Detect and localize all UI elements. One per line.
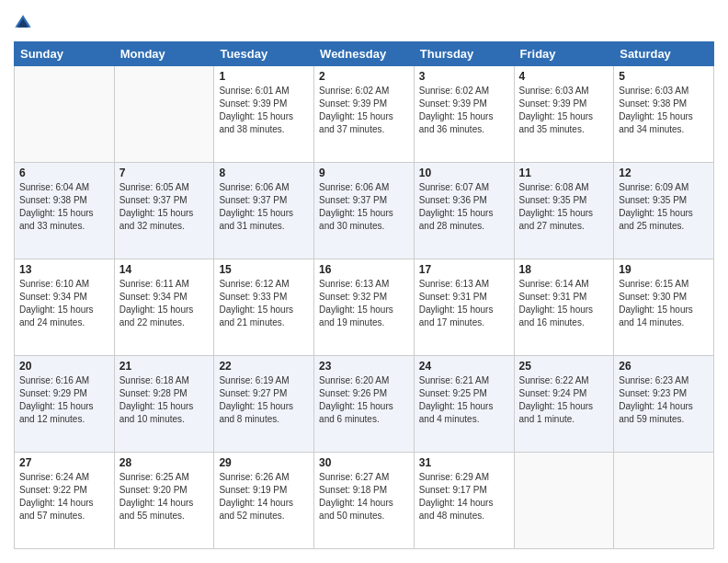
- day-number: 8: [219, 167, 309, 179]
- day-number: 31: [419, 456, 509, 469]
- day-info: Sunrise: 6:10 AMSunset: 9:34 PMDaylight:…: [19, 278, 109, 329]
- day-number: 5: [619, 70, 709, 83]
- day-cell: 10Sunrise: 6:07 AMSunset: 9:36 PMDayligh…: [414, 163, 514, 259]
- day-info: Sunrise: 6:13 AMSunset: 9:31 PMDaylight:…: [419, 278, 509, 329]
- day-info: Sunrise: 6:23 AMSunset: 9:23 PMDaylight:…: [619, 374, 709, 426]
- day-number: 6: [19, 167, 109, 179]
- day-info: Sunrise: 6:14 AMSunset: 9:31 PMDaylight:…: [519, 278, 609, 329]
- day-info: Sunrise: 6:02 AMSunset: 9:39 PMDaylight:…: [319, 85, 409, 136]
- day-number: 18: [519, 263, 609, 276]
- day-info: Sunrise: 6:05 AMSunset: 9:37 PMDaylight:…: [119, 181, 210, 233]
- day-cell: 23Sunrise: 6:20 AMSunset: 9:26 PMDayligh…: [314, 356, 415, 453]
- day-cell: 27Sunrise: 6:24 AMSunset: 9:22 PMDayligh…: [15, 453, 115, 549]
- day-cell: 1Sunrise: 6:01 AMSunset: 9:39 PMDaylight…: [214, 66, 314, 163]
- day-number: 30: [319, 456, 409, 469]
- logo-icon: [14, 14, 32, 32]
- week-row-2: 6Sunrise: 6:04 AMSunset: 9:38 PMDaylight…: [15, 163, 714, 259]
- day-info: Sunrise: 6:06 AMSunset: 9:37 PMDaylight:…: [219, 181, 309, 233]
- day-info: Sunrise: 6:08 AMSunset: 9:35 PMDaylight:…: [519, 181, 609, 233]
- week-row-1: 1Sunrise: 6:01 AMSunset: 9:39 PMDaylight…: [15, 66, 714, 163]
- day-cell: 20Sunrise: 6:16 AMSunset: 9:29 PMDayligh…: [15, 356, 115, 453]
- day-number: 7: [119, 167, 210, 179]
- day-info: Sunrise: 6:13 AMSunset: 9:32 PMDaylight:…: [319, 278, 409, 329]
- day-cell: 6Sunrise: 6:04 AMSunset: 9:38 PMDaylight…: [15, 163, 115, 259]
- day-info: Sunrise: 6:27 AMSunset: 9:18 PMDaylight:…: [319, 471, 409, 523]
- day-number: 10: [419, 167, 509, 179]
- day-number: 25: [519, 360, 609, 373]
- col-header-wednesday: Wednesday: [314, 42, 415, 66]
- day-number: 17: [419, 263, 509, 276]
- day-cell: 25Sunrise: 6:22 AMSunset: 9:24 PMDayligh…: [514, 356, 614, 453]
- day-cell: 8Sunrise: 6:06 AMSunset: 9:37 PMDaylight…: [214, 163, 314, 259]
- week-row-3: 13Sunrise: 6:10 AMSunset: 9:34 PMDayligh…: [15, 259, 714, 356]
- day-info: Sunrise: 6:03 AMSunset: 9:38 PMDaylight:…: [619, 85, 709, 136]
- day-cell: 14Sunrise: 6:11 AMSunset: 9:34 PMDayligh…: [114, 259, 214, 356]
- day-number: 11: [519, 167, 609, 179]
- day-cell: 18Sunrise: 6:14 AMSunset: 9:31 PMDayligh…: [514, 259, 614, 356]
- day-number: 15: [219, 263, 309, 276]
- header: [14, 14, 714, 32]
- week-row-5: 27Sunrise: 6:24 AMSunset: 9:22 PMDayligh…: [15, 453, 714, 549]
- day-info: Sunrise: 6:22 AMSunset: 9:24 PMDaylight:…: [519, 374, 609, 426]
- day-number: 22: [219, 360, 309, 373]
- day-number: 2: [319, 70, 409, 83]
- day-info: Sunrise: 6:12 AMSunset: 9:33 PMDaylight:…: [219, 278, 309, 329]
- logo: [14, 14, 34, 32]
- day-number: 26: [619, 360, 709, 373]
- day-info: Sunrise: 6:09 AMSunset: 9:35 PMDaylight:…: [619, 181, 709, 233]
- day-number: 19: [619, 263, 709, 276]
- day-number: 4: [519, 70, 609, 83]
- day-cell: 5Sunrise: 6:03 AMSunset: 9:38 PMDaylight…: [614, 66, 714, 163]
- day-cell: 15Sunrise: 6:12 AMSunset: 9:33 PMDayligh…: [214, 259, 314, 356]
- day-cell: 7Sunrise: 6:05 AMSunset: 9:37 PMDaylight…: [114, 163, 214, 259]
- day-cell: 26Sunrise: 6:23 AMSunset: 9:23 PMDayligh…: [614, 356, 714, 453]
- day-number: 16: [319, 263, 409, 276]
- day-cell: 30Sunrise: 6:27 AMSunset: 9:18 PMDayligh…: [314, 453, 415, 549]
- day-info: Sunrise: 6:06 AMSunset: 9:37 PMDaylight:…: [319, 181, 409, 233]
- day-info: Sunrise: 6:19 AMSunset: 9:27 PMDaylight:…: [219, 374, 309, 426]
- day-info: Sunrise: 6:01 AMSunset: 9:39 PMDaylight:…: [219, 85, 309, 136]
- col-header-sunday: Sunday: [15, 42, 115, 66]
- day-number: 29: [219, 456, 309, 469]
- day-info: Sunrise: 6:18 AMSunset: 9:28 PMDaylight:…: [119, 374, 210, 426]
- day-cell: [114, 66, 214, 163]
- day-cell: 17Sunrise: 6:13 AMSunset: 9:31 PMDayligh…: [414, 259, 514, 356]
- day-cell: 12Sunrise: 6:09 AMSunset: 9:35 PMDayligh…: [614, 163, 714, 259]
- day-number: 24: [419, 360, 509, 373]
- col-header-thursday: Thursday: [414, 42, 514, 66]
- day-info: Sunrise: 6:20 AMSunset: 9:26 PMDaylight:…: [319, 374, 409, 426]
- day-info: Sunrise: 6:04 AMSunset: 9:38 PMDaylight:…: [19, 181, 109, 233]
- header-row: SundayMondayTuesdayWednesdayThursdayFrid…: [15, 42, 714, 66]
- day-info: Sunrise: 6:16 AMSunset: 9:29 PMDaylight:…: [19, 374, 109, 426]
- day-number: 28: [119, 456, 210, 469]
- day-number: 20: [19, 360, 109, 373]
- day-info: Sunrise: 6:07 AMSunset: 9:36 PMDaylight:…: [419, 181, 509, 233]
- day-cell: 28Sunrise: 6:25 AMSunset: 9:20 PMDayligh…: [114, 453, 214, 549]
- day-number: 23: [319, 360, 409, 373]
- day-cell: [15, 66, 115, 163]
- day-cell: [614, 453, 714, 549]
- day-cell: 3Sunrise: 6:02 AMSunset: 9:39 PMDaylight…: [414, 66, 514, 163]
- day-info: Sunrise: 6:02 AMSunset: 9:39 PMDaylight:…: [419, 85, 509, 136]
- week-row-4: 20Sunrise: 6:16 AMSunset: 9:29 PMDayligh…: [15, 356, 714, 453]
- day-cell: 21Sunrise: 6:18 AMSunset: 9:28 PMDayligh…: [114, 356, 214, 453]
- day-number: 27: [19, 456, 109, 469]
- day-cell: 2Sunrise: 6:02 AMSunset: 9:39 PMDaylight…: [314, 66, 415, 163]
- day-info: Sunrise: 6:24 AMSunset: 9:22 PMDaylight:…: [19, 471, 109, 523]
- page: SundayMondayTuesdayWednesdayThursdayFrid…: [0, 0, 728, 563]
- day-info: Sunrise: 6:15 AMSunset: 9:30 PMDaylight:…: [619, 278, 709, 329]
- day-info: Sunrise: 6:29 AMSunset: 9:17 PMDaylight:…: [419, 471, 509, 523]
- day-cell: 22Sunrise: 6:19 AMSunset: 9:27 PMDayligh…: [214, 356, 314, 453]
- day-number: 14: [119, 263, 210, 276]
- day-cell: 19Sunrise: 6:15 AMSunset: 9:30 PMDayligh…: [614, 259, 714, 356]
- day-number: 21: [119, 360, 210, 373]
- day-info: Sunrise: 6:03 AMSunset: 9:39 PMDaylight:…: [519, 85, 609, 136]
- day-cell: 16Sunrise: 6:13 AMSunset: 9:32 PMDayligh…: [314, 259, 415, 356]
- day-info: Sunrise: 6:26 AMSunset: 9:19 PMDaylight:…: [219, 471, 309, 523]
- col-header-friday: Friday: [514, 42, 614, 66]
- day-number: 1: [219, 70, 309, 83]
- day-cell: 9Sunrise: 6:06 AMSunset: 9:37 PMDaylight…: [314, 163, 415, 259]
- col-header-monday: Monday: [114, 42, 214, 66]
- day-info: Sunrise: 6:21 AMSunset: 9:25 PMDaylight:…: [419, 374, 509, 426]
- day-info: Sunrise: 6:25 AMSunset: 9:20 PMDaylight:…: [119, 471, 210, 523]
